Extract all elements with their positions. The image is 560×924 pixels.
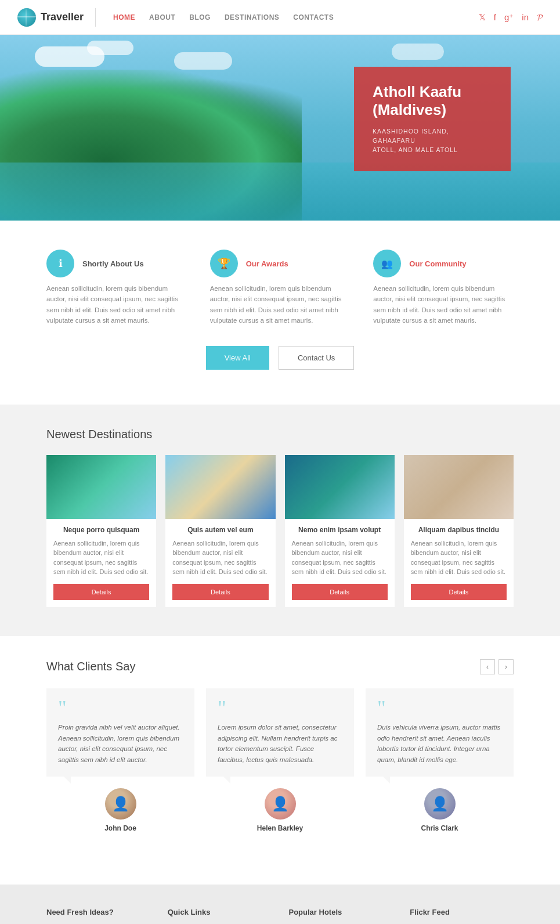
testimonials-grid: " Proin gravida nibh vel velit auctor al…	[46, 688, 514, 873]
about-grid: ℹ Shortly About Us Aenean sollicitudin, …	[46, 250, 514, 326]
nav-about[interactable]: ABOUT	[149, 13, 175, 21]
about-text-3: Aenean sollicitudin, lorem quis bibendum…	[373, 283, 514, 326]
quick-links-col: Quick Links Proin dictum eleme Fusce eui…	[168, 908, 272, 924]
testimonials-prev-btn[interactable]: ‹	[480, 659, 495, 674]
dest-details-btn-2[interactable]: Details	[172, 584, 268, 600]
hero-section: Atholl Kaafu(Maldives) KAASHIDHOO ISLAND…	[0, 35, 560, 221]
flickr-col: Flickr Feed	[410, 908, 514, 924]
testimonial-name-2: Helen Barkley	[206, 824, 354, 832]
quote-icon-3: "	[377, 700, 502, 717]
testimonial-text-3: Duis vehicula viverra ipsum, auctor matt…	[377, 722, 502, 765]
footer-top: Need Fresh Ideas? Proin gravida nibh vel…	[0, 885, 560, 924]
destinations-grid: Neque porro quisquam Aenean sollicitudin…	[46, 455, 514, 607]
testimonial-name-1: John Doe	[46, 824, 194, 832]
dest-image-3	[285, 455, 395, 519]
about-item-2: 🏆 Our Awards Aenean sollicitudin, lorem …	[210, 250, 351, 326]
quick-links-title: Quick Links	[168, 908, 272, 916]
dest-desc-4: Aenean sollicitudin, lorem quis bibendum…	[411, 539, 507, 577]
logo-text: Traveller	[41, 11, 84, 23]
testimonial-3: " Duis vehicula viverra ipsum, auctor ma…	[366, 688, 514, 832]
linkedin-icon[interactable]: in	[522, 12, 529, 23]
google-plus-icon[interactable]: g⁺	[504, 12, 514, 23]
nav-blog[interactable]: BLOG	[189, 13, 211, 21]
nav-destinations[interactable]: DESTINATIONS	[225, 13, 279, 21]
about-text-1: Aenean sollicitudin, lorem quis bibendum…	[46, 283, 187, 326]
testimonials-nav: ‹ ›	[480, 659, 514, 674]
dest-card-2: Quis autem vel eum Aenean sollicitudin, …	[165, 455, 275, 607]
header: Traveller HOME ABOUT BLOG DESTINATIONS C…	[0, 0, 560, 35]
avatar-2: 👤	[265, 788, 296, 820]
hero-subtitle: KAASHIDHOO ISLAND, GAHAAFARUATOLL, AND M…	[373, 127, 492, 154]
avatar-1: 👤	[105, 788, 136, 820]
dest-desc-3: Aenean sollicitudin, lorem quis bibendum…	[292, 539, 388, 577]
destinations-title: Newest Destinations	[46, 428, 514, 441]
nav-home[interactable]: HOME	[113, 13, 135, 21]
testimonials-title: What Clients Say	[46, 660, 135, 673]
dest-name-4: Aliquam dapibus tincidu	[411, 526, 507, 534]
fresh-ideas-title: Need Fresh Ideas?	[46, 908, 150, 916]
about-icon-2: 🏆	[210, 250, 238, 277]
dest-details-btn-4[interactable]: Details	[411, 584, 507, 600]
about-text-2: Aenean sollicitudin, lorem quis bibendum…	[210, 283, 351, 326]
nav-contacts[interactable]: CONTACTS	[293, 13, 334, 21]
popular-hotels-title: Popular Hotels	[289, 908, 393, 916]
avatar-3: 👤	[424, 788, 456, 820]
dest-image-1	[46, 455, 156, 519]
view-all-button[interactable]: View All	[206, 346, 269, 370]
dest-details-btn-3[interactable]: Details	[292, 584, 388, 600]
testimonial-1: " Proin gravida nibh vel velit auctor al…	[46, 688, 194, 832]
fresh-ideas-col: Need Fresh Ideas? Proin gravida nibh vel…	[46, 908, 150, 924]
facebook-icon[interactable]: f	[494, 12, 496, 23]
testimonial-name-3: Chris Clark	[366, 824, 514, 832]
testimonial-text-2: Lorem ipsum dolor sit amet, consectetur …	[218, 722, 342, 765]
about-title-1: Shortly About Us	[82, 259, 144, 268]
dest-card-1: Neque porro quisquam Aenean sollicitudin…	[46, 455, 156, 607]
testimonials-section: What Clients Say ‹ › " Proin gravida nib…	[0, 636, 560, 885]
dest-image-4	[404, 455, 514, 519]
main-nav: HOME ABOUT BLOG DESTINATIONS CONTACTS	[113, 13, 479, 21]
logo-globe-icon	[17, 8, 36, 27]
dest-details-btn-1[interactable]: Details	[53, 584, 149, 600]
about-title-3: Our Community	[409, 259, 466, 268]
about-buttons: View All Contact Us	[46, 346, 514, 370]
pinterest-icon[interactable]: 𝓟	[537, 12, 543, 23]
dest-name-2: Quis autem vel eum	[172, 526, 268, 534]
testimonial-text-1: Proin gravida nibh vel velit auctor aliq…	[58, 722, 183, 765]
about-item-1: ℹ Shortly About Us Aenean sollicitudin, …	[46, 250, 187, 326]
about-section: ℹ Shortly About Us Aenean sollicitudin, …	[0, 221, 560, 405]
dest-image-2	[165, 455, 275, 519]
dest-name-1: Neque porro quisquam	[53, 526, 149, 534]
contact-us-button[interactable]: Contact Us	[279, 346, 354, 370]
dest-card-3: Nemo enim ipsam volupt Aenean sollicitud…	[285, 455, 395, 607]
hero-title: Atholl Kaafu(Maldives)	[373, 83, 492, 119]
about-item-3: 👥 Our Community Aenean sollicitudin, lor…	[373, 250, 514, 326]
logo[interactable]: Traveller	[17, 8, 96, 27]
about-icon-3: 👥	[373, 250, 401, 277]
testimonial-2: " Lorem ipsum dolor sit amet, consectetu…	[206, 688, 354, 832]
destinations-section: Newest Destinations Neque porro quisquam…	[0, 405, 560, 636]
popular-hotels-col: Popular Hotels Aenean nonummy hendre Pha…	[289, 908, 393, 924]
quote-icon-1: "	[58, 700, 183, 717]
twitter-icon[interactable]: 𝕏	[479, 12, 486, 23]
about-title-2: Our Awards	[246, 259, 288, 268]
quote-icon-2: "	[218, 700, 342, 717]
social-icons: 𝕏 f g⁺ in 𝓟	[479, 12, 543, 23]
dest-name-3: Nemo enim ipsam volupt	[292, 526, 388, 534]
testimonials-next-btn[interactable]: ›	[498, 659, 514, 674]
hero-card: Atholl Kaafu(Maldives) KAASHIDHOO ISLAND…	[354, 67, 511, 171]
flickr-title: Flickr Feed	[410, 908, 514, 916]
dest-desc-2: Aenean sollicitudin, lorem quis bibendum…	[172, 539, 268, 577]
dest-card-4: Aliquam dapibus tincidu Aenean sollicitu…	[404, 455, 514, 607]
about-icon-1: ℹ	[46, 250, 74, 277]
dest-desc-1: Aenean sollicitudin, lorem quis bibendum…	[53, 539, 149, 577]
